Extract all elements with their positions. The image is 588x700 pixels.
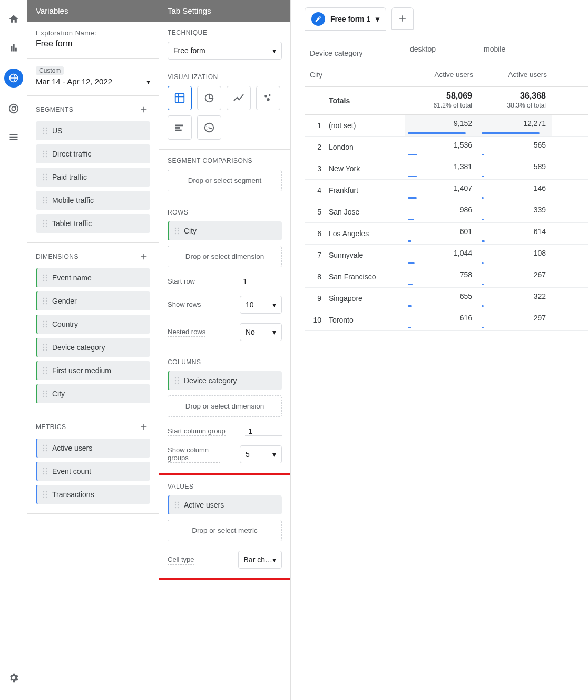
home-icon[interactable] [6, 12, 21, 26]
segment-drop-zone[interactable]: Drop or select segment [168, 170, 282, 191]
variables-panel: Variables — Exploration Name: Free form … [27, 0, 159, 700]
cell-desktop: 1,044 [405, 245, 478, 266]
svg-point-75 [43, 468, 44, 469]
row-chip[interactable]: City [168, 221, 282, 240]
viz-donut-button[interactable] [197, 86, 221, 110]
explore-icon[interactable] [4, 69, 23, 88]
svg-point-18 [46, 177, 47, 178]
start-column-group-value[interactable]: 1 [245, 426, 282, 436]
svg-point-34 [46, 275, 47, 276]
svg-point-90 [269, 94, 271, 96]
segment-chip[interactable]: Tablet traffic [36, 214, 150, 233]
segment-chip[interactable]: Paid traffic [36, 168, 150, 187]
dimension-chip[interactable]: Device category [36, 338, 150, 357]
table-row[interactable]: 4Frankfurt1,407146 [305, 180, 588, 201]
minimize-icon[interactable]: — [274, 6, 282, 15]
dimension-chip[interactable]: Gender [36, 291, 150, 310]
chevron-down-icon: ▾ [272, 556, 276, 564]
svg-point-49 [43, 326, 44, 327]
configure-icon[interactable] [6, 130, 21, 144]
viz-line-button[interactable] [227, 86, 251, 110]
svg-point-42 [46, 300, 47, 302]
svg-point-14 [46, 156, 47, 157]
segment-chip[interactable]: US [36, 121, 150, 140]
start-column-group-label: Start column group [168, 427, 226, 436]
viz-scatter-button[interactable] [256, 86, 280, 110]
reports-icon[interactable] [6, 40, 21, 55]
values-drop-zone[interactable]: Drop or select metric [168, 520, 282, 541]
table-row[interactable]: 2London1,536565 [305, 137, 588, 158]
variables-title: Variables [36, 6, 68, 15]
svg-point-108 [175, 502, 176, 503]
svg-point-77 [43, 471, 44, 472]
table-row[interactable]: 1(not set)9,15212,271 [305, 115, 588, 137]
cell-mobile: 565 [478, 137, 552, 158]
add-tab-button[interactable] [391, 7, 414, 30]
svg-rect-93 [175, 127, 180, 129]
show-rows-select[interactable]: 10▾ [240, 296, 282, 314]
table-row[interactable]: 9Singapore655322 [305, 288, 588, 309]
svg-point-86 [46, 497, 47, 498]
table-row[interactable]: 10Toronto616297 [305, 309, 588, 331]
chip-label: Event name [52, 274, 92, 282]
svg-point-103 [178, 377, 179, 378]
column-drop-zone[interactable]: Drop or select dimension [168, 395, 282, 417]
svg-point-84 [46, 494, 47, 495]
svg-point-60 [46, 370, 47, 371]
row-drop-zone[interactable]: Drop or select dimension [168, 246, 282, 267]
row-city: Frankfurt [326, 180, 405, 201]
dimension-chip[interactable]: City [36, 384, 150, 403]
minimize-icon[interactable]: — [142, 6, 150, 15]
table-row[interactable]: 7Sunnyvale1,044108 [305, 245, 588, 266]
table-row[interactable]: 5San Jose986339 [305, 201, 588, 223]
cell-mobile: 589 [478, 158, 552, 179]
dimension-chip[interactable]: Event name [36, 268, 150, 287]
metric-chip[interactable]: Transactions [36, 485, 150, 504]
svg-point-101 [178, 233, 179, 234]
start-row-label: Start row [168, 277, 195, 286]
exploration-name-value[interactable]: Free form [36, 39, 150, 48]
add-segment-button[interactable] [138, 103, 150, 116]
chip-label: Event count [52, 467, 91, 475]
add-dimension-button[interactable] [138, 250, 150, 263]
chevron-down-icon: ▾ [272, 46, 276, 55]
metric-chip[interactable]: Active users [36, 439, 150, 458]
cell-type-select[interactable]: Bar ch…▾ [238, 551, 282, 569]
cell-type-label: Cell type [168, 556, 194, 565]
svg-point-23 [43, 200, 44, 201]
segment-chip[interactable]: Direct traffic [36, 144, 150, 163]
dimension-chip[interactable]: First user medium [36, 361, 150, 380]
nested-rows-select[interactable]: No▾ [240, 323, 282, 341]
column-chip[interactable]: Device category [168, 371, 282, 390]
advertising-icon[interactable] [6, 101, 21, 116]
segment-chip[interactable]: Mobile traffic [36, 191, 150, 210]
add-metric-button[interactable] [138, 421, 150, 433]
viz-geo-button[interactable] [197, 115, 221, 140]
svg-point-73 [43, 450, 44, 451]
value-chip[interactable]: Active users [168, 495, 282, 514]
svg-point-102 [175, 377, 176, 378]
start-row-value[interactable]: 1 [240, 277, 282, 286]
svg-point-29 [43, 223, 44, 224]
grip-icon [174, 227, 180, 235]
svg-point-105 [178, 380, 179, 381]
admin-gear-icon[interactable] [6, 670, 21, 685]
chip-label: Gender [52, 297, 77, 305]
table-row[interactable]: 3New York1,381589 [305, 158, 588, 180]
date-range-picker[interactable]: Mar 14 - Apr 12, 2022 ▾ [36, 77, 150, 86]
viz-table-button[interactable] [168, 86, 192, 110]
metric-chip[interactable]: Event count [36, 462, 150, 481]
table-row[interactable]: 8San Francisco758267 [305, 266, 588, 288]
chip-label: Paid traffic [52, 173, 87, 181]
svg-point-38 [46, 280, 47, 281]
metrics-title: METRICS [36, 423, 66, 431]
svg-point-74 [46, 450, 47, 451]
table-row[interactable]: 6Los Angeles601614 [305, 223, 588, 245]
report-tab[interactable]: Free form 1 ▾ [305, 7, 386, 31]
show-column-groups-select[interactable]: 5▾ [240, 445, 282, 463]
dimension-chip[interactable]: Country [36, 315, 150, 334]
technique-select[interactable]: Free form ▾ [168, 42, 282, 60]
svg-point-1 [9, 104, 18, 113]
row-city: New York [326, 158, 405, 179]
viz-bar-button[interactable] [168, 115, 192, 140]
